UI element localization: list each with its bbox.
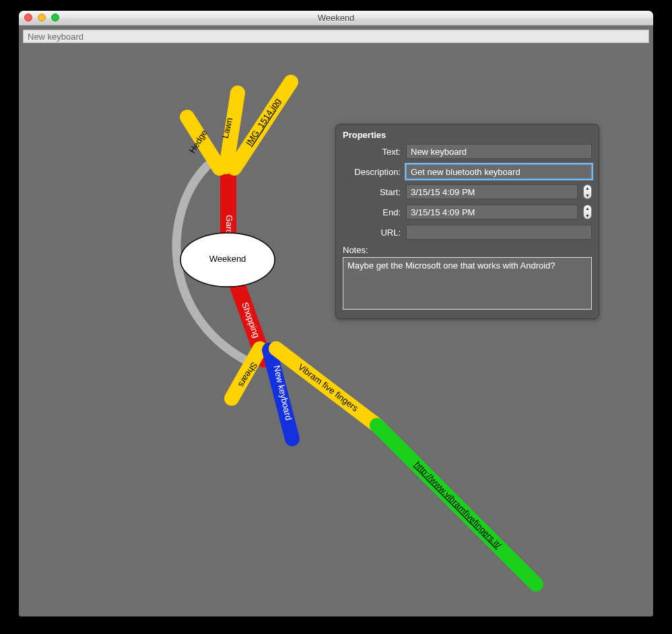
titlebar[interactable]: Weekend <box>19 11 653 26</box>
svg-point-18 <box>180 233 275 287</box>
prop-row-description: Description: <box>343 164 592 179</box>
prop-label-text: Text: <box>343 147 401 157</box>
mindmap-canvas[interactable]: Garden Hedge Lawn IMG_1514.jpg Shopping <box>19 44 653 617</box>
start-stepper[interactable] <box>583 184 592 199</box>
properties-title: Properties <box>343 130 592 140</box>
app-window: Weekend Garden <box>19 11 653 617</box>
prop-row-url: URL: <box>343 225 592 240</box>
prop-label-description: Description: <box>343 167 401 177</box>
svg-line-16 <box>377 425 536 584</box>
search-input[interactable] <box>23 30 649 43</box>
maximize-icon[interactable] <box>51 13 59 22</box>
prop-label-url: URL: <box>343 227 401 238</box>
prop-label-notes: Notes: <box>343 245 592 255</box>
window-title: Weekend <box>318 13 355 23</box>
prop-row-start: Start: <box>343 184 592 199</box>
minimize-icon[interactable] <box>38 13 46 22</box>
text-field[interactable] <box>406 144 592 159</box>
notes-textarea[interactable]: Maybe get the Microsoft one that works w… <box>343 257 592 310</box>
root-node[interactable]: Weekend <box>180 233 275 287</box>
start-field[interactable] <box>406 184 578 199</box>
close-icon[interactable] <box>24 13 32 22</box>
description-field[interactable] <box>406 164 592 179</box>
url-field[interactable] <box>406 225 592 240</box>
end-stepper[interactable] <box>583 205 592 219</box>
prop-row-end: End: <box>343 205 592 219</box>
prop-label-start: Start: <box>343 187 401 197</box>
prop-row-text: Text: <box>343 144 592 159</box>
end-field[interactable] <box>406 205 578 219</box>
branch-hedge[interactable]: Hedge <box>187 117 220 168</box>
traffic-lights <box>24 13 59 22</box>
branch-vibram-url[interactable]: http://www.vibramfivefingers.it/ <box>377 425 536 584</box>
svg-line-2 <box>187 117 220 168</box>
properties-panel[interactable]: Properties Text: Description: Start: End… <box>335 124 599 319</box>
prop-label-end: End: <box>343 207 401 217</box>
